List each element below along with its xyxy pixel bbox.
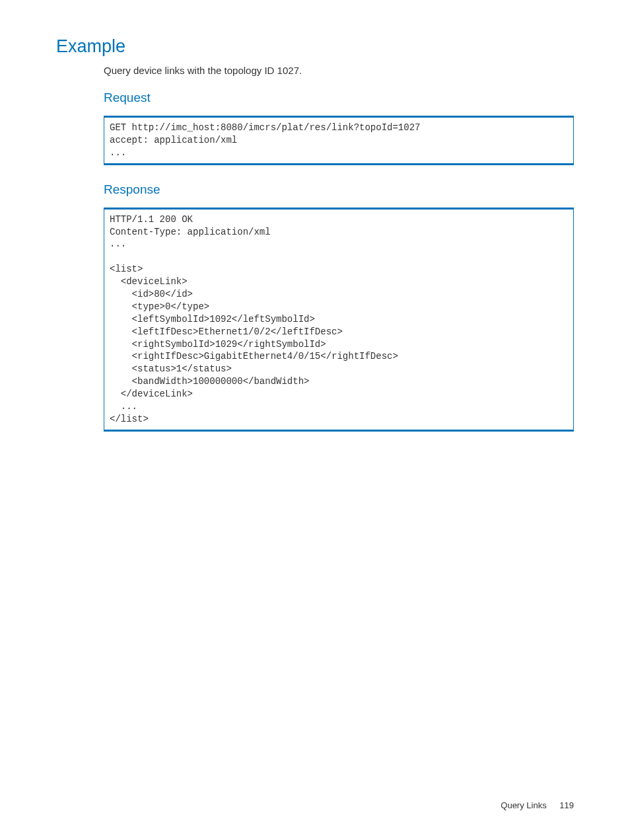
- footer-page-number: 119: [559, 800, 574, 810]
- example-heading: Example: [56, 36, 574, 57]
- page-footer: Query Links 119: [501, 800, 574, 810]
- response-heading: Response: [104, 182, 574, 197]
- request-heading: Request: [104, 91, 574, 105]
- example-description: Query device links with the topology ID …: [104, 65, 574, 76]
- response-code-block: HTTP/1.1 200 OK Content-Type: applicatio…: [104, 208, 574, 432]
- footer-section-title: Query Links: [501, 800, 546, 810]
- request-code-block: GET http://imc_host:8080/imcrs/plat/res/…: [104, 116, 574, 165]
